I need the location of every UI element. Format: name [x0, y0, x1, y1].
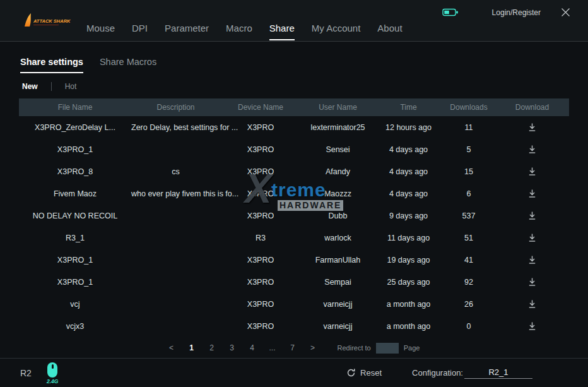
cell-device-name: X3PRO: [220, 256, 301, 265]
cell-file-name: vcj: [19, 300, 131, 309]
download-button[interactable]: [495, 321, 569, 331]
cell-device-name: X3PRO: [220, 145, 301, 154]
cell-time: 12 hours ago: [375, 123, 442, 132]
download-icon: [527, 233, 537, 242]
configuration-value[interactable]: R2_1: [464, 367, 532, 379]
redirect-to-label: Redirect to: [338, 344, 371, 352]
tab-share-macros[interactable]: Share Macros: [100, 57, 156, 67]
close-icon[interactable]: [561, 8, 570, 17]
cell-device-name: X3PRO: [220, 278, 301, 287]
nav-share[interactable]: Share: [269, 23, 295, 33]
table-row: vcj X3PRO varneicjj a month ago 26: [19, 293, 569, 315]
download-button[interactable]: [495, 233, 569, 242]
table-header: File Name Description Device Name User N…: [19, 98, 569, 116]
cell-user-name: varneicjj: [301, 322, 375, 331]
filter-hot[interactable]: Hot: [65, 82, 77, 91]
battery-icon: [442, 8, 459, 17]
brand-logo: ATTACK SHARK: [21, 11, 79, 30]
mouse-scrollwheel: [52, 364, 54, 369]
pagination: < 1 2 3 4 ... 7 > Redirect to Page: [19, 341, 569, 355]
page-4[interactable]: 4: [249, 343, 256, 352]
download-icon: [527, 321, 537, 331]
cell-user-name: Sensei: [301, 145, 375, 154]
page-7[interactable]: 7: [290, 343, 296, 352]
cell-user-name: Sempai: [301, 278, 375, 287]
download-button[interactable]: [495, 277, 569, 287]
col-user-name: User Name: [301, 103, 375, 112]
nav-my-account[interactable]: My Account: [312, 23, 361, 33]
download-button[interactable]: [495, 299, 569, 309]
cell-user-name: varneicjj: [301, 300, 375, 309]
nav-parameter[interactable]: Parameter: [165, 23, 209, 33]
table-row: Fivem Maoz who ever play fivem this is f…: [19, 182, 569, 205]
nav-macro[interactable]: Macro: [226, 23, 252, 33]
page-next[interactable]: >: [310, 343, 316, 352]
cell-description: cs: [131, 167, 220, 176]
cell-time: a month ago: [375, 322, 442, 331]
page-3[interactable]: 3: [229, 343, 235, 352]
redirect-page-input[interactable]: [376, 343, 399, 354]
mouse-connection-widget[interactable]: 2.4G: [47, 362, 58, 384]
download-button[interactable]: [495, 122, 569, 132]
download-icon: [527, 122, 537, 132]
download-button[interactable]: [495, 255, 569, 265]
page-1[interactable]: 1: [189, 343, 195, 352]
col-description: Description: [131, 103, 220, 112]
cell-device-name: X3PRO: [220, 123, 301, 132]
table-row: X3PRO_ZeroDelay L... Zero Delay, best se…: [19, 116, 569, 138]
nav-dpi[interactable]: DPI: [132, 23, 148, 33]
cell-downloads: 92: [442, 278, 495, 287]
table-row: X3PRO_1 X3PRO Sempai 25 days ago 92: [19, 271, 569, 293]
cell-device-name: X3PRO: [220, 167, 301, 176]
cell-time: a month ago: [375, 300, 442, 309]
page-label: Page: [404, 344, 420, 352]
download-button[interactable]: [495, 167, 569, 176]
page-prev[interactable]: <: [168, 343, 175, 352]
cell-file-name: X3PRO_1: [19, 256, 131, 265]
table-row: vcjx3 X3PRO varneicjj a month ago 0: [19, 315, 569, 337]
download-icon: [527, 299, 537, 309]
download-button[interactable]: [495, 211, 569, 220]
configuration-group: Configuration: R2_1: [412, 367, 532, 379]
login-register-link[interactable]: Login/Register: [492, 8, 541, 17]
download-button[interactable]: [495, 189, 569, 198]
cell-downloads: 26: [442, 300, 495, 309]
cell-file-name: R3_1: [19, 234, 131, 242]
mouse-icon: [47, 362, 57, 378]
nav-about[interactable]: About: [377, 23, 402, 33]
configuration-label: Configuration:: [412, 368, 463, 378]
top-bar: ATTACK SHARK Mouse DPI Parameter Macro S…: [0, 0, 588, 42]
cell-device-name: X3PRO: [220, 300, 301, 309]
download-button[interactable]: [495, 145, 569, 154]
page-ellipsis[interactable]: ...: [269, 343, 276, 352]
download-icon: [527, 255, 537, 265]
cell-user-name: Afandy: [301, 167, 375, 176]
tab-share-settings[interactable]: Share settings: [20, 57, 83, 67]
cell-file-name: NO DELAY NO RECOIL: [19, 211, 131, 220]
footer-right: Reset Configuration: R2_1: [346, 367, 532, 379]
reset-button[interactable]: Reset: [346, 368, 382, 378]
nav-mouse[interactable]: Mouse: [86, 23, 115, 33]
cell-description: Zero Delay, best settings for ...: [131, 123, 220, 132]
table-row: X3PRO_8 cs X3PRO Afandy 4 days ago 15: [19, 160, 569, 182]
cell-downloads: 6: [442, 189, 495, 198]
filter-new[interactable]: New: [22, 82, 38, 91]
page-2[interactable]: 2: [209, 343, 215, 352]
footer-bar: R2 2.4G Reset Configuration: R2_1: [0, 358, 588, 387]
cell-time: 9 days ago: [375, 211, 442, 220]
cell-time: 4 days ago: [375, 167, 442, 176]
cell-downloads: 51: [442, 234, 495, 242]
cell-time: 4 days ago: [375, 145, 442, 154]
topbar-right: Login/Register: [442, 8, 570, 17]
col-device-name: Device Name: [220, 103, 301, 112]
cell-downloads: 0: [442, 322, 495, 331]
cell-time: 25 days ago: [375, 278, 442, 287]
device-profile-name: R2: [20, 368, 32, 378]
download-icon: [527, 167, 537, 176]
download-icon: [527, 189, 537, 198]
filter-divider: [51, 82, 52, 91]
shared-settings-table: File Name Description Device Name User N…: [19, 98, 569, 337]
download-icon: [527, 211, 537, 220]
cell-downloads: 537: [442, 211, 495, 220]
attack-shark-logo-icon: ATTACK SHARK: [21, 11, 79, 30]
